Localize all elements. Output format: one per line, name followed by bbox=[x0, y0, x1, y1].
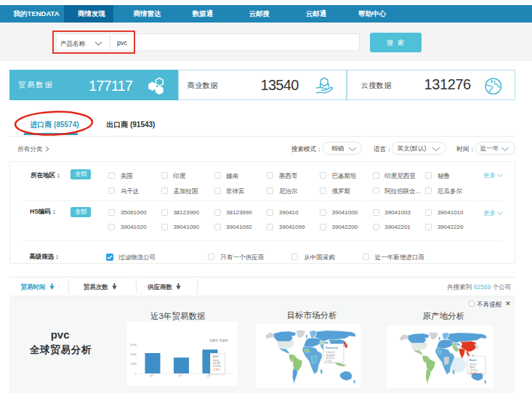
svg-text:400k: 400k bbox=[130, 362, 137, 365]
svg-text:800k: 800k bbox=[130, 343, 137, 347]
svg-text:600k: 600k bbox=[130, 352, 137, 356]
svg-text:贸易值·贸易量: 贸易值·贸易量 bbox=[209, 339, 227, 342]
svg-text:0: 0 bbox=[135, 372, 137, 376]
